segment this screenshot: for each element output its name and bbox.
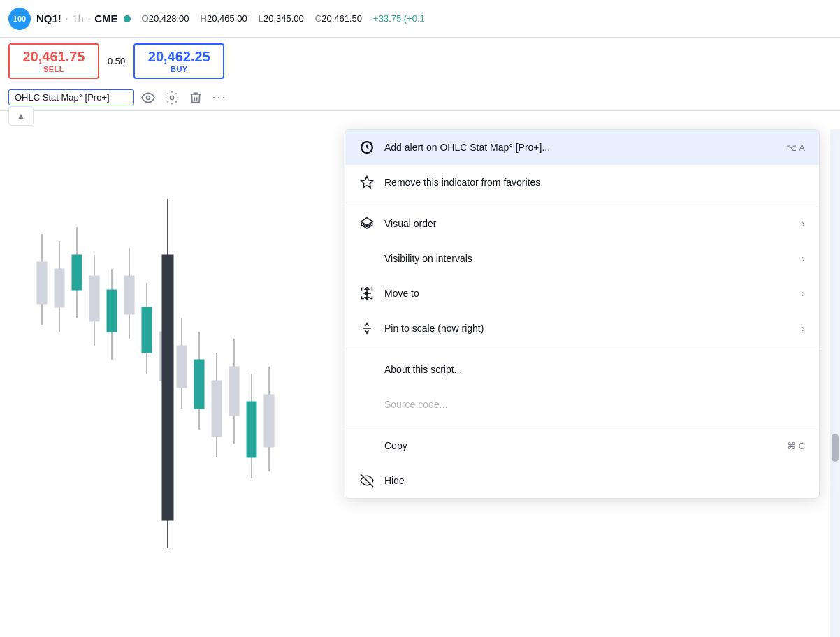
spread: 0.50 xyxy=(108,56,125,66)
hide-label: Hide xyxy=(384,475,805,486)
pin-scale-label: Pin to scale (now right) xyxy=(384,323,792,334)
svg-point-0 xyxy=(147,96,150,99)
symbol-info: NQ1! · 1h · CME xyxy=(36,13,118,24)
context-menu: Add alert on OHLC Stat Map° [Pro+]... ⌥ … xyxy=(345,129,820,499)
alert-icon xyxy=(359,140,375,155)
sell-box[interactable]: 20,461.75 SELL xyxy=(8,43,99,79)
delete-icon-btn[interactable] xyxy=(186,88,205,108)
svg-marker-36 xyxy=(361,177,373,188)
svg-rect-9 xyxy=(89,276,99,321)
about-script-label: About this script... xyxy=(384,364,805,375)
svg-rect-21 xyxy=(194,360,204,409)
symbol: NQ1! xyxy=(36,13,61,24)
copy-label: Copy xyxy=(384,440,777,451)
svg-rect-25 xyxy=(229,367,239,416)
menu-item-hide[interactable]: Hide xyxy=(345,463,819,498)
svg-point-40 xyxy=(365,292,368,294)
buy-box[interactable]: 20,462.25 BUY xyxy=(133,43,224,79)
svg-rect-19 xyxy=(177,346,187,388)
add-alert-label: Add alert on OHLC Stat Map° [Pro+]... xyxy=(384,142,776,153)
divider-3 xyxy=(345,425,819,425)
svg-rect-11 xyxy=(107,290,117,332)
svg-rect-15 xyxy=(142,307,152,353)
visibility-placeholder-icon xyxy=(359,251,375,266)
remove-favorites-label: Remove this indicator from favorites xyxy=(384,177,805,188)
collapse-arrow-icon: ▲ xyxy=(17,111,25,121)
top-bar: 100 NQ1! · 1h · CME O20,428.00 H20,465.0… xyxy=(0,0,840,38)
scrollbar-thumb[interactable] xyxy=(832,434,839,462)
pin-icon xyxy=(359,321,375,336)
low-value: L20,345.00 xyxy=(259,13,304,24)
menu-item-source-code[interactable]: Source code... xyxy=(345,387,819,422)
svg-marker-39 xyxy=(365,298,369,300)
ohlc-values: O20,428.00 H20,465.00 L20,345.00 C20,461… xyxy=(142,13,425,24)
interval: 1h xyxy=(72,13,84,24)
svg-rect-31 xyxy=(162,255,173,520)
about-placeholder-icon xyxy=(359,362,375,377)
svg-marker-38 xyxy=(365,288,369,290)
source-code-label: Source code... xyxy=(384,399,805,410)
svg-rect-23 xyxy=(212,381,222,437)
source-placeholder-icon xyxy=(359,397,375,412)
visibility-chevron: › xyxy=(802,253,805,264)
buy-label: BUY xyxy=(146,65,212,73)
copy-placeholder-icon xyxy=(359,438,375,453)
menu-item-about-script[interactable]: About this script... xyxy=(345,352,819,387)
svg-rect-27 xyxy=(247,402,256,457)
dot2: · xyxy=(88,14,90,24)
menu-item-add-alert[interactable]: Add alert on OHLC Stat Map° [Pro+]... ⌥ … xyxy=(345,130,819,165)
pin-scale-chevron: › xyxy=(802,323,805,334)
open-value: O20,428.00 xyxy=(142,13,189,24)
menu-item-copy[interactable]: Copy ⌘ C xyxy=(345,428,819,463)
moveto-icon xyxy=(359,286,375,301)
trash-icon xyxy=(189,91,203,105)
market-status-dot xyxy=(124,15,131,22)
candlestick-chart xyxy=(0,129,342,637)
settings-icon-btn[interactable] xyxy=(162,88,182,108)
buy-price: 20,462.25 xyxy=(146,49,212,65)
layers-icon xyxy=(359,216,375,231)
menu-item-pin-scale[interactable]: Pin to scale (now right) › xyxy=(345,311,819,346)
indicator-bar: OHLC Stat Map° [Pro+] ··· xyxy=(0,85,840,111)
copy-shortcut: ⌘ C xyxy=(787,441,805,451)
leverage-badge: 100 xyxy=(8,8,31,30)
svg-rect-5 xyxy=(55,269,64,307)
divider-2 xyxy=(345,349,819,349)
indicator-name[interactable]: OHLC Stat Map° [Pro+] xyxy=(8,89,134,105)
svg-rect-7 xyxy=(72,255,82,290)
svg-rect-3 xyxy=(37,262,47,304)
svg-rect-13 xyxy=(124,276,134,314)
visual-order-chevron: › xyxy=(802,218,805,229)
scrollbar[interactable] xyxy=(830,129,840,637)
menu-item-remove-favorites[interactable]: Remove this indicator from favorites xyxy=(345,165,819,200)
high-value: H20,465.00 xyxy=(201,13,247,24)
collapse-button[interactable]: ▲ xyxy=(8,106,34,126)
settings-icon xyxy=(165,91,179,105)
close-value: C20,461.50 xyxy=(315,13,362,24)
change-value: +33.75 (+0.1 xyxy=(373,13,425,24)
visibility-icon-btn[interactable] xyxy=(138,88,158,108)
sell-label: SELL xyxy=(21,65,87,73)
add-alert-shortcut: ⌥ A xyxy=(786,142,805,153)
svg-point-1 xyxy=(171,96,174,99)
chart-area xyxy=(0,129,342,637)
menu-item-move-to[interactable]: Move to › xyxy=(345,276,819,311)
visibility-label: Visibility on intervals xyxy=(384,253,792,264)
visual-order-label: Visual order xyxy=(384,218,792,229)
divider-1 xyxy=(345,203,819,203)
eye-icon xyxy=(141,91,155,105)
exchange: CME xyxy=(94,13,117,24)
dot1: · xyxy=(66,14,68,24)
svg-rect-29 xyxy=(264,395,274,447)
menu-item-visual-order[interactable]: Visual order › xyxy=(345,206,819,241)
move-to-chevron: › xyxy=(802,288,805,299)
move-to-label: Move to xyxy=(384,288,792,299)
price-row: 20,461.75 SELL 0.50 20,462.25 BUY xyxy=(0,38,840,85)
star-icon xyxy=(359,175,375,190)
menu-item-visibility[interactable]: Visibility on intervals › xyxy=(345,241,819,276)
sell-price: 20,461.75 xyxy=(21,49,87,65)
hide-icon xyxy=(359,473,375,488)
more-icon-btn[interactable]: ··· xyxy=(210,88,229,108)
